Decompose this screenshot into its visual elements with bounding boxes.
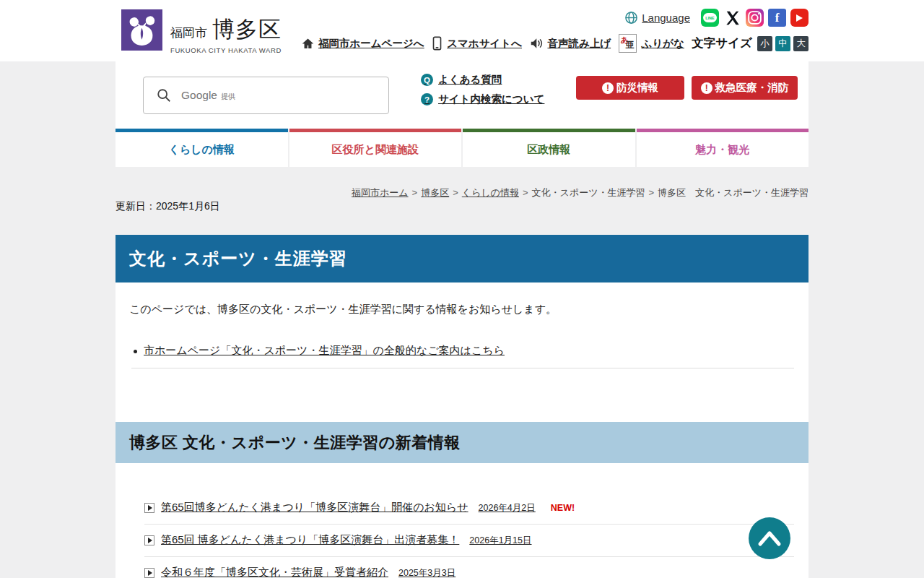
logo-ward-name: 博多区 <box>212 14 282 45</box>
header-utility-links: 福岡市ホームページへ スマホサイトへ 音声読み上げ あ 亜 <box>302 34 808 53</box>
search-placeholder: Google 提供 <box>181 89 235 102</box>
smartphone-site-link[interactable]: スマホサイトへ <box>432 36 522 51</box>
news-date: 2025年3月3日 <box>398 568 456 578</box>
social-links: LINE f <box>701 9 808 27</box>
updated-date: 更新日：2025年1月6日 <box>116 200 220 213</box>
play-box-icon <box>144 535 154 545</box>
alert-icon: ! <box>602 82 614 94</box>
play-box-icon <box>144 503 154 513</box>
smartphone-icon <box>432 36 443 51</box>
play-box-icon <box>144 568 154 578</box>
voice-readout-link[interactable]: 音声読み上げ <box>529 37 611 51</box>
furigana-link[interactable]: ふりがな <box>642 37 684 51</box>
search-icon <box>156 87 172 103</box>
text-size-control: 文字サイズ 小 中 大 <box>692 35 808 51</box>
news-list: 第65回博多どんたく港まつり「博多区演舞台」開催のお知らせ2026年4月2日 N… <box>144 492 794 578</box>
news-link[interactable]: 第65回 博多どんたく港まつり「博多区演舞台」出演者募集！2026年1月15日 <box>161 533 532 547</box>
tab-kurashi-no-joho[interactable]: くらしの情報 <box>116 129 288 167</box>
faq-link[interactable]: Q よくある質問 <box>421 73 544 87</box>
language-link[interactable]: Language <box>624 11 690 25</box>
speaker-icon <box>529 37 543 50</box>
text-size-large-button[interactable]: 大 <box>793 36 808 51</box>
page-title: 文化・スポーツ・生涯学習 <box>116 235 808 282</box>
nav-band: くらしの情報 区役所と関連施設 区政情報 魅力・観光 <box>0 129 924 167</box>
breadcrumb-city-home[interactable]: 福岡市ホーム <box>352 187 409 198</box>
site-logo[interactable]: 福岡市 博多区 FUKUOKA CITY HAKATA WARD <box>121 9 282 54</box>
line-icon[interactable]: LINE <box>701 9 719 27</box>
general-guide-link[interactable]: 市ホームページ「文化・スポーツ・生涯学習」の全般的なご案内はこちら <box>144 344 505 356</box>
disaster-info-button[interactable]: ! 防災情報 <box>576 76 684 100</box>
text-size-small-button[interactable]: 小 <box>757 36 772 51</box>
news-link[interactable]: 第65回博多どんたく港まつり「博多区演舞台」開催のお知らせ2026年4月2日 <box>161 501 536 514</box>
chevron-up-icon <box>757 530 782 547</box>
globe-icon <box>624 11 638 25</box>
tab-kusei-joho[interactable]: 区政情報 <box>463 129 635 167</box>
news-section-title: 博多区 文化・スポーツ・生涯学習の新着情報 <box>116 422 808 463</box>
new-badge: NEW! <box>551 503 575 513</box>
city-homepage-link[interactable]: 福岡市ホームページへ <box>302 37 424 51</box>
breadcrumb-kurashi[interactable]: くらしの情報 <box>462 187 519 198</box>
home-icon <box>302 38 314 50</box>
question-circle-icon: ? <box>421 93 433 105</box>
alert-icon: ! <box>701 82 712 94</box>
facebook-icon[interactable]: f <box>768 9 786 27</box>
breadcrumb-hakata-ward[interactable]: 博多区 <box>421 187 449 198</box>
breadcrumb-current-page: 博多区 文化・スポーツ・生涯学習 <box>658 187 808 198</box>
emergency-medical-button[interactable]: ! 救急医療・消防 <box>692 76 798 100</box>
breadcrumb-category: 文化・スポーツ・生涯学習 <box>532 187 645 198</box>
text-size-label: 文字サイズ <box>692 35 752 51</box>
news-item: 第65回博多どんたく港まつり「博多区演舞台」開催のお知らせ2026年4月2日 N… <box>144 492 794 525</box>
search-input[interactable]: Google 提供 <box>143 77 389 114</box>
site-header: 福岡市 博多区 FUKUOKA CITY HAKATA WARD Languag… <box>0 0 924 61</box>
q-circle-icon: Q <box>421 74 433 86</box>
tab-kuyakusho[interactable]: 区役所と関連施設 <box>289 129 462 167</box>
x-twitter-icon[interactable] <box>723 9 741 27</box>
page-intro: このページでは、博多区の文化・スポーツ・生涯学習に関する情報をお知らせします。 <box>129 303 795 316</box>
news-link[interactable]: 令和６年度「博多区文化・芸術展」受賞者紹介2025年3月3日 <box>161 566 456 578</box>
news-date: 2026年4月2日 <box>479 503 536 513</box>
news-item: 令和６年度「博多区文化・芸術展」受賞者紹介2025年3月3日 <box>144 557 794 578</box>
news-date: 2026年1月15日 <box>469 535 531 545</box>
logo-subtitle: FUKUOKA CITY HAKATA WARD <box>170 46 282 54</box>
breadcrumb-band: 福岡市ホーム>博多区>くらしの情報>文化・スポーツ・生涯学習>博多区 文化・スポ… <box>0 167 924 235</box>
furigana-icon: あ 亜 <box>619 34 637 53</box>
list-item: 市ホームページ「文化・スポーツ・生涯学習」の全般的なご案内はこちら <box>131 344 794 368</box>
logo-city-name: 福岡市 <box>170 25 207 41</box>
news-item: 第65回 博多どんたく港まつり「博多区演舞台」出演者募集！2026年1月15日 <box>144 525 794 557</box>
site-search-info-link[interactable]: ? サイト内検索について <box>421 92 544 106</box>
tab-miryoku-kanko[interactable]: 魅力・観光 <box>637 129 809 167</box>
fukuoka-emblem-icon <box>121 9 162 51</box>
youtube-icon[interactable] <box>790 9 808 27</box>
search-band: Google 提供 Q よくある質問 ? サイト内検索について ! 防災情報 !… <box>0 61 924 129</box>
instagram-icon[interactable] <box>746 9 764 27</box>
scroll-to-top-button[interactable] <box>749 517 790 559</box>
text-size-medium-button[interactable]: 中 <box>775 36 790 51</box>
breadcrumb: 福岡市ホーム>博多区>くらしの情報>文化・スポーツ・生涯学習>博多区 文化・スポ… <box>352 186 808 199</box>
general-guide-list: 市ホームページ「文化・スポーツ・生涯学習」の全般的なご案内はこちら <box>131 344 794 368</box>
